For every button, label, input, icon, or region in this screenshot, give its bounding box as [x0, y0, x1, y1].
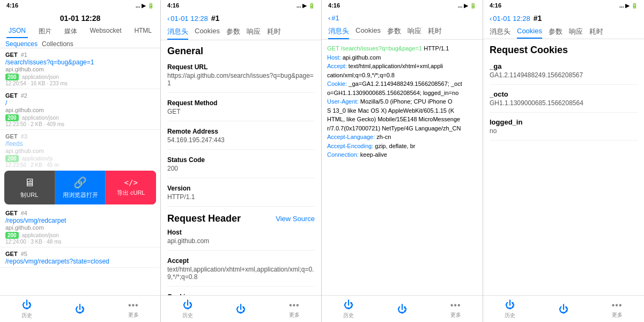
dots-icon-3: •••	[450, 301, 461, 310]
host-value: api.github.com	[167, 237, 315, 245]
method-value: GET	[167, 108, 315, 115]
export-curl-label: 导出 cURL	[117, 189, 145, 197]
status-bar-3: 4:16 ... ▶ 🔋	[322, 0, 483, 11]
tab4-cookies[interactable]: Cookies	[517, 27, 542, 39]
bottom-nav-2: ⏻ 历史 ⏻ ••• 更多	[161, 295, 321, 322]
tab-json[interactable]: JSON	[6, 26, 28, 38]
view-source-btn[interactable]: View Source	[276, 215, 315, 223]
dots-icon-1: •••	[128, 301, 139, 310]
tab2-params[interactable]: 参数	[226, 27, 240, 40]
context-menu-open-browser[interactable]: 🔗 用浏览器打开	[55, 171, 106, 204]
tab2-cookies[interactable]: Cookies	[195, 27, 220, 40]
panel2-header: ‹ 01-01 12:28 #1 消息头 Cookies 参数 响应 耗时	[161, 11, 321, 40]
request-item-3-container: GET #3 /feeds api.github.com 200 applica…	[0, 130, 160, 204]
tab-html[interactable]: HTML	[132, 26, 154, 38]
nav-more-2[interactable]: ••• 更多	[289, 301, 300, 319]
request-host-1: api.github.com	[5, 66, 155, 72]
info-host: Host api.github.com	[167, 229, 315, 251]
subtab-collections[interactable]: Collections	[42, 40, 73, 48]
raw-method: GET /search/issues?q=bug&page=1	[327, 45, 422, 52]
info-remote-address: Remote Address 54.169.195.247:443	[167, 128, 315, 150]
time-3: 4:16	[328, 2, 340, 9]
status-icons-3: ... ▶ 🔋	[458, 3, 476, 9]
status-badge-4: 200	[5, 232, 19, 239]
nav-power-4[interactable]: ⏻	[559, 304, 568, 315]
power-icon-4: ⏻	[236, 304, 246, 315]
power-icon-6: ⏻	[397, 304, 407, 315]
nav-history-3[interactable]: ⏻ 历史	[343, 299, 354, 319]
power-icon-1: ⏻	[22, 299, 32, 311]
tab4-params[interactable]: 参数	[549, 27, 562, 39]
nav-history-2[interactable]: ⏻ 历史	[182, 299, 193, 319]
open-browser-label: 用浏览器打开	[63, 191, 98, 199]
raw-cookie-key: Cookie:	[327, 80, 347, 87]
request-url-4: /repos/vmg/redcarpet	[5, 217, 155, 224]
nav-more-3[interactable]: ••• 更多	[450, 301, 461, 319]
request-host-3: api.github.com	[5, 148, 155, 154]
curl-icon: </>	[124, 178, 138, 187]
nav-power-1[interactable]: ⏻	[75, 304, 85, 315]
panel-requests-list: 4:16 ... ▶ 🔋 01-01 12:28 JSON 图片 媒体 Webs…	[0, 0, 161, 322]
tab-image[interactable]: 图片	[36, 26, 54, 38]
nav-history-label-1: 历史	[21, 312, 32, 319]
back-label-3: #1	[331, 14, 339, 22]
context-menu-copy-url[interactable]: 🖥 制URL	[4, 171, 55, 204]
tab4-response[interactable]: 响应	[569, 27, 583, 39]
nav-more-4[interactable]: ••• 更多	[612, 301, 623, 319]
status-icons-4: ... ▶ 🔋	[619, 3, 638, 9]
tab3-headers[interactable]: 消息头	[328, 26, 349, 39]
panel3-header: ‹ #1 消息头 Cookies 参数 响应 耗时	[322, 11, 483, 40]
panel4-header: ‹ 01-01 12:28 #1 消息头 Cookies 参数 响应 耗时	[483, 11, 644, 39]
request-host-2: api.github.com	[5, 107, 155, 113]
dots-icon-4: •••	[612, 301, 623, 310]
tab3-params[interactable]: 参数	[387, 26, 401, 39]
panel2-num: #1	[211, 14, 220, 23]
request-item-2[interactable]: GET #2 / api.github.com 200 application/…	[0, 89, 160, 130]
bottom-nav-1: ⏻ 历史 ⏻ ••• 更多	[0, 295, 160, 322]
raw-encoding-key: Accept-Encoding:	[327, 143, 373, 149]
request-item-1[interactable]: GET #1 /search/issues?q=bug&page=1 api.g…	[0, 48, 160, 89]
request-item-4[interactable]: GET #4 /repos/vmg/redcarpet api.github.c…	[0, 207, 160, 247]
request-url-1: /search/issues?q=bug&page=1	[5, 58, 155, 66]
tab2-headers[interactable]: 消息头	[167, 27, 188, 40]
tab4-timing[interactable]: 耗时	[589, 27, 603, 39]
info-accept: Accept text/html,application/xhtml+xml,a…	[167, 257, 315, 287]
context-menu-export-curl[interactable]: </> 导出 cURL	[106, 171, 156, 204]
power-icon-8: ⏻	[559, 304, 568, 315]
subtab-sequences[interactable]: Sequences	[5, 40, 38, 48]
tab3-timing[interactable]: 耗时	[428, 26, 442, 39]
panel4-content: Request Cookies _ga GA1.2.1149488249.156…	[483, 39, 644, 295]
tab3-response[interactable]: 响应	[408, 26, 421, 39]
panel1-title: 01-01 12:28	[0, 13, 160, 25]
back-button-4[interactable]: ‹ 01-01 12:28	[490, 14, 530, 23]
nav-power-3[interactable]: ⏻	[397, 304, 407, 315]
info-request-url: Request URL https://api.github.com/searc…	[167, 63, 315, 93]
power-icon-3: ⏻	[183, 299, 193, 311]
raw-line-8: Connection: keep-alive	[327, 150, 477, 159]
raw-line-5: User-Agent: Mozilla/5.0 (iPhone; CPU iPh…	[327, 97, 477, 106]
nav-history-1[interactable]: ⏻ 历史	[21, 299, 32, 319]
version-label: Version	[167, 185, 315, 192]
tab2-timing[interactable]: 耗时	[267, 27, 281, 40]
request-url-5: /repos/vmg/redcarpets?state=closed	[5, 258, 155, 265]
raw-line-5d: r/7.0.7(0x17000721) NetType/4G Language/…	[327, 124, 477, 133]
remote-address-label: Remote Address	[167, 128, 315, 135]
panel2-nav: ‹ 01-01 12:28 #1	[167, 13, 315, 25]
back-button-2[interactable]: ‹ 01-01 12:28	[167, 14, 208, 23]
raw-lang-key: Accept-Language:	[327, 134, 375, 140]
raw-line-5b: S 13_0 like Mac OS X) AppleWebKit/605.1.…	[327, 106, 477, 115]
cookie-ga-name: _ga	[490, 62, 638, 70]
request-item-5[interactable]: GET #5 /repos/vmg/redcarpets?state=close…	[0, 247, 160, 268]
back-button-3[interactable]: ‹ #1	[328, 14, 339, 22]
request-url-2: /	[5, 99, 155, 107]
tab4-headers[interactable]: 消息头	[490, 27, 510, 39]
tab3-cookies[interactable]: Cookies	[356, 26, 381, 39]
nav-history-4[interactable]: ⏻ 历史	[505, 299, 515, 319]
tab-websocket[interactable]: Websocket	[87, 26, 123, 38]
nav-more-1[interactable]: ••• 更多	[128, 301, 139, 319]
request-time-2: 12:23:50 · 2 KB · 409 ms	[5, 121, 155, 127]
nav-power-2[interactable]: ⏻	[236, 304, 246, 315]
request-item-3[interactable]: GET #3 /feeds api.github.com 200 applica…	[0, 130, 160, 171]
tab2-response[interactable]: 响应	[247, 27, 261, 40]
tab-media[interactable]: 媒体	[62, 26, 79, 38]
